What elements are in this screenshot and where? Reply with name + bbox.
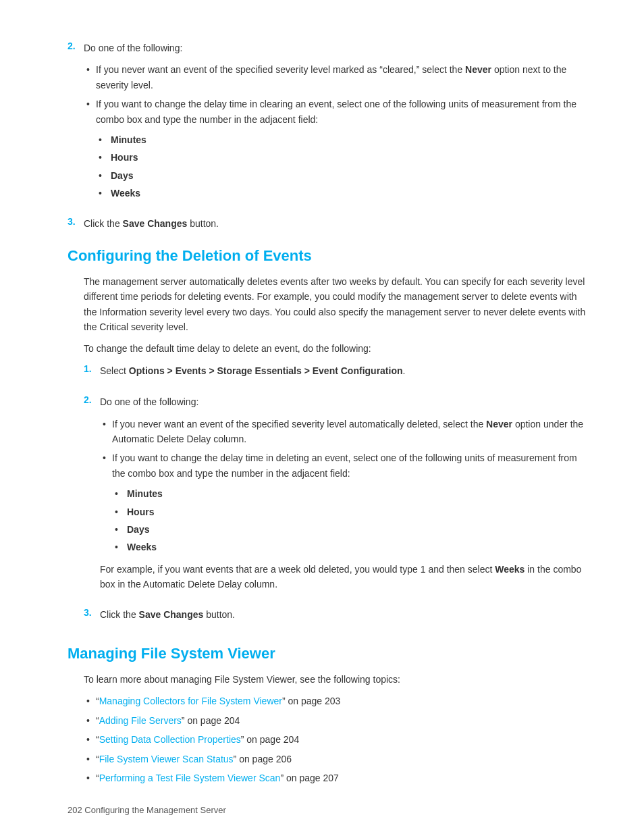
deletion-heading: Configuring the Deletion of Events [68, 247, 590, 265]
fsv-content: To learn more about managing File System… [68, 672, 590, 785]
list-item: “File System Viewer Scan Status” on page… [84, 752, 590, 766]
deletion-step3-number: 3. [84, 607, 100, 629]
list-item: “Adding File Servers” on page 204 [84, 713, 590, 728]
fsv-link-5[interactable]: Performing a Test File System Viewer Sca… [99, 773, 281, 783]
step3-intro-text: Click the Save Changes button. [84, 216, 590, 231]
deletion-step2-number: 2. [84, 394, 100, 598]
deletion-step3: 3. Click the Save Changes button. [84, 607, 590, 629]
deletion-step1-text: Select Options > Events > Storage Essent… [100, 363, 590, 378]
deletion-bullet2: If you want to change the delay time in … [100, 450, 590, 554]
fsv-heading: Managing File System Viewer [68, 645, 590, 662]
fsv-section: Managing File System Viewer To learn mor… [68, 645, 590, 785]
fsv-link-1[interactable]: Managing Collectors for File System View… [99, 696, 282, 706]
deletion-step2: 2. Do one of the following: If you never… [84, 394, 590, 598]
page-container: 2. Do one of the following: If you never… [0, 0, 644, 834]
deletion-example-para: For example, if you want events that are… [100, 562, 590, 592]
deletion-never-bold: Never [486, 419, 512, 429]
deletion-sub-bullets: Minutes Hours Days Weeks [112, 486, 590, 555]
deletion-sub-weeks: Weeks [112, 540, 590, 554]
step2-intro-bullets: If you never want an event of the specif… [84, 62, 590, 201]
deletion-step1: 1. Select Options > Events > Storage Ess… [84, 363, 590, 385]
step2-intro-bullet1: If you never want an event of the specif… [84, 62, 590, 93]
deletion-section: Configuring the Deletion of Events The m… [68, 247, 590, 629]
deletion-step3-text: Click the Save Changes button. [100, 607, 590, 622]
list-item: “Setting Data Collection Properties” on … [84, 732, 590, 747]
list-item: “Performing a Test File System Viewer Sc… [84, 771, 590, 785]
deletion-bullet2-text: If you want to change the delay time in … [112, 452, 577, 478]
intro-step2: 2. Do one of the following: If you never… [68, 41, 590, 238]
bullet1-bold: Never [465, 64, 491, 75]
save-changes-bold-deletion: Save Changes [139, 609, 204, 620]
fsv-link-2[interactable]: Adding File Servers [99, 715, 182, 726]
deletion-sub-days: Days [112, 522, 590, 537]
intro-step3: 3. Click the Save Changes button. [68, 216, 590, 238]
fsv-link-4[interactable]: File System Viewer Scan Status [99, 754, 234, 764]
footer-text: 202 Configuring the Management Server [68, 805, 226, 815]
deletion-content: The management server automatically dele… [68, 274, 590, 629]
deletion-sub-hours: Hours [112, 504, 590, 519]
step2-intro-text: Do one of the following: [84, 41, 590, 55]
deletion-para1: The management server automatically dele… [84, 274, 590, 335]
page-footer: 202 Configuring the Management Server [68, 805, 226, 815]
deletion-step1-options: Options > Events > Storage Essentials > … [129, 365, 403, 376]
deletion-sub-minutes: Minutes [112, 486, 590, 501]
fsv-intro: To learn more about managing File System… [84, 672, 590, 687]
bullet2-text: If you want to change the delay time in … [96, 99, 576, 124]
sub-item-days-intro: Days [96, 168, 590, 183]
weeks-bold: Weeks [495, 564, 525, 575]
sub-item-hours-intro: Hours [96, 150, 590, 165]
deletion-bullet1: If you never want an event of the specif… [100, 417, 590, 447]
fsv-link-3[interactable]: Setting Data Collection Properties [99, 734, 241, 745]
deletion-step1-number: 1. [84, 363, 100, 385]
deletion-para2: To change the default time delay to dele… [84, 341, 590, 356]
sub-bullets-intro: Minutes Hours Days Weeks [96, 132, 590, 201]
sub-item-minutes-intro: Minutes [96, 132, 590, 147]
sub-item-weeks-intro: Weeks [96, 186, 590, 201]
list-item: “Managing Collectors for File System Vie… [84, 694, 590, 708]
bullet1-text: If you never want an event of the specif… [96, 64, 566, 90]
fsv-links-list: “Managing Collectors for File System Vie… [84, 694, 590, 785]
deletion-step2-text: Do one of the following: [100, 394, 590, 409]
bullet1-rest: option next to the severity level. [96, 64, 566, 90]
step2-intro-bullet2: If you want to change the delay time in … [84, 97, 590, 201]
deletion-step2-bullets: If you never want an event of the specif… [100, 417, 590, 555]
step-number-3-intro: 3. [68, 216, 84, 238]
save-changes-bold-intro: Save Changes [123, 218, 188, 229]
step-number-2-intro: 2. [68, 41, 84, 208]
